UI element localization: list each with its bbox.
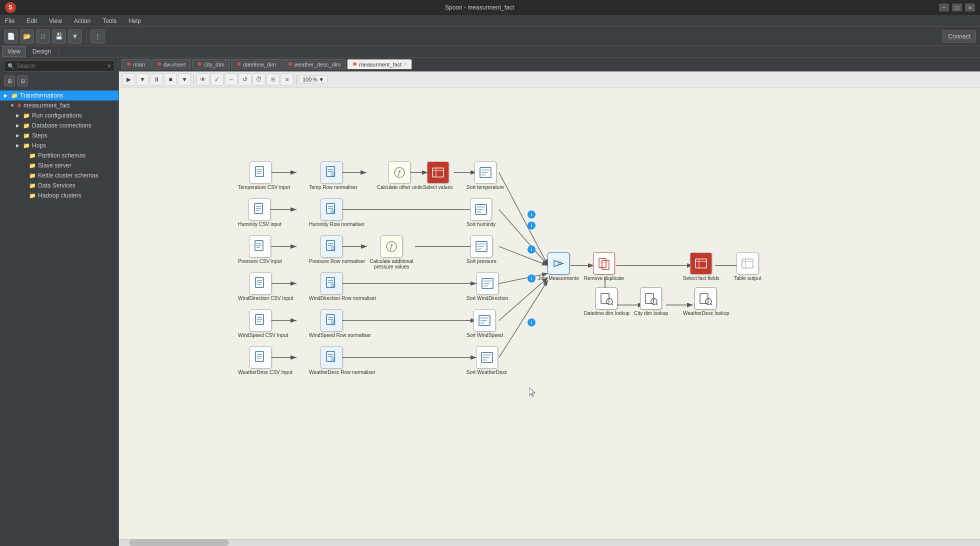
collapse-all-button[interactable]: ⊟ bbox=[17, 76, 28, 86]
tree-transformations[interactable]: ▶ 📁 Transformations bbox=[0, 90, 118, 100]
step-wdesc-lookup[interactable]: WeatherDesc lookup bbox=[683, 288, 728, 316]
menu-help[interactable]: Help bbox=[126, 16, 143, 26]
search-input[interactable] bbox=[16, 62, 106, 70]
tab-main[interactable]: ✱ main bbox=[121, 59, 150, 70]
svg-rect-118 bbox=[601, 294, 609, 304]
menu-tools[interactable]: Tools bbox=[100, 16, 118, 26]
preview-button[interactable]: 👁 bbox=[196, 74, 210, 86]
tab-dw-insert[interactable]: ✱ dw-insert bbox=[152, 59, 192, 70]
tree-hops[interactable]: ▶ 📁 Hops bbox=[0, 140, 118, 150]
step-sort-wind-spd[interactable]: Sort WindSpeed bbox=[466, 310, 503, 338]
horizontal-scrollbar[interactable] bbox=[119, 539, 980, 546]
tree-measurment-fact[interactable]: ▼ ✱ measurment_fact bbox=[0, 100, 118, 110]
open-button[interactable]: 📂 bbox=[20, 30, 34, 44]
step-sort-hum[interactable]: Sort huminity bbox=[466, 198, 496, 227]
inject-button[interactable]: → bbox=[224, 74, 238, 86]
stop-options-button[interactable]: ▼ bbox=[178, 74, 191, 86]
step-table-out[interactable]: Table output bbox=[734, 252, 762, 281]
step-wdesc-csv[interactable]: WeatherDesc CSV Input bbox=[238, 346, 283, 375]
step-label: WeatherDesc CSV Input bbox=[238, 370, 283, 375]
stop-button[interactable]: ■ bbox=[164, 74, 177, 86]
step-calc-press[interactable]: ƒ Calculate additional pressure values bbox=[364, 236, 419, 270]
step-press-csv[interactable]: Pressure CSV input bbox=[238, 236, 282, 264]
step-wind-spd-norm[interactable]: WindSpeed Row normaliser bbox=[309, 310, 354, 338]
step-wind-dir-norm[interactable]: WindDirection Row normaliser bbox=[309, 272, 354, 301]
sidebar: 🔍 × ⊞ ⊟ ▶ 📁 Transformations ▼ ✱ bbox=[0, 58, 119, 546]
pause-button[interactable]: ⏸ bbox=[150, 74, 163, 86]
timer-button[interactable]: ⏱ bbox=[252, 74, 266, 86]
tree-db-connections[interactable]: ▶ 📁 Database connections bbox=[0, 120, 118, 130]
expand-all-button[interactable]: ⊞ bbox=[4, 76, 15, 86]
tab-weather-desc-dim[interactable]: ✱ weather_desc_dim bbox=[282, 59, 346, 70]
save-button[interactable]: 💾 bbox=[52, 30, 66, 44]
step-icon bbox=[320, 236, 342, 258]
svg-rect-121 bbox=[646, 294, 654, 304]
menu-edit[interactable]: Edit bbox=[24, 16, 39, 26]
step-sort-wdesc[interactable]: Sort WeatherDesc bbox=[466, 346, 508, 375]
step-temp-norm[interactable]: Temp Row normaliser bbox=[309, 162, 354, 190]
step-join-meas[interactable]: Join Measurments bbox=[538, 252, 579, 281]
step-remove-dup[interactable]: Remove duplicate bbox=[584, 252, 624, 281]
explore-button[interactable]: ⋮ bbox=[90, 30, 104, 44]
step-sort-wind-dir[interactable]: Sort WindDirection bbox=[466, 272, 508, 301]
zoom-box[interactable]: 100 % ▼ bbox=[299, 75, 328, 84]
replay-button[interactable]: ↺ bbox=[238, 74, 252, 86]
tree-data-services[interactable]: 📁 Data Services bbox=[0, 180, 118, 190]
copy-button[interactable]: ⎘ bbox=[266, 74, 280, 86]
connect-button[interactable]: Connect bbox=[942, 30, 976, 42]
check-button[interactable]: ✓ bbox=[210, 74, 224, 86]
step-sort-press[interactable]: Sort pressure bbox=[466, 236, 496, 264]
step-hum-norm[interactable]: Huminity Row normaliser bbox=[309, 198, 354, 227]
arrow-icon: ▶ bbox=[16, 133, 22, 138]
step-calc-other[interactable]: ƒ Calculate other units bbox=[377, 162, 422, 190]
run-button[interactable]: ▶ bbox=[122, 74, 135, 86]
canvas-container[interactable]: i i i i i Temperature CSV input bbox=[119, 88, 980, 539]
step-hum-csv[interactable]: Huminity CSV input bbox=[238, 198, 282, 227]
menu-file[interactable]: File bbox=[3, 16, 16, 26]
step-label: Sort pressure bbox=[466, 258, 496, 264]
tree-slave-server[interactable]: 📁 Slave server bbox=[0, 160, 118, 170]
step-sort-temp[interactable]: Sort temperature bbox=[466, 162, 504, 190]
close-tab-button[interactable]: □ bbox=[36, 30, 50, 44]
new-button[interactable]: 📄 bbox=[4, 30, 18, 44]
svg-rect-112 bbox=[696, 259, 706, 268]
svg-rect-52 bbox=[331, 210, 335, 214]
step-select-vals[interactable]: Select values bbox=[423, 162, 452, 190]
tab-close-icon[interactable]: × bbox=[404, 62, 406, 67]
step-icon bbox=[320, 346, 342, 368]
tab-view[interactable]: View bbox=[2, 46, 26, 57]
step-city-lookup[interactable]: City dim lookup bbox=[634, 288, 668, 316]
svg-rect-109 bbox=[599, 258, 606, 268]
svg-rect-110 bbox=[602, 260, 609, 270]
tab-design[interactable]: Design bbox=[27, 46, 56, 57]
tab-city-dim[interactable]: ✱ city_dim bbox=[192, 59, 230, 70]
minimize-button[interactable]: − bbox=[939, 4, 949, 12]
mouse-cursor bbox=[529, 388, 536, 396]
maximize-button[interactable]: □ bbox=[952, 4, 962, 12]
step-temp-csv[interactable]: Temperature CSV input bbox=[238, 162, 283, 190]
step-wind-spd-csv[interactable]: WindSpeed CSV Input bbox=[238, 310, 283, 338]
tab-measurment-fact[interactable]: ✱ measurment_fact × bbox=[347, 59, 412, 70]
logs-button[interactable]: ≡ bbox=[280, 74, 294, 86]
step-wdesc-norm[interactable]: WeatherDesc Row normaliser bbox=[309, 346, 354, 375]
menu-view[interactable]: View bbox=[47, 16, 64, 26]
menu-action[interactable]: Action bbox=[72, 16, 92, 26]
tab-label: weather_desc_dim bbox=[294, 62, 340, 68]
step-select-fact[interactable]: Select fact fields bbox=[683, 252, 720, 281]
step-press-norm[interactable]: Pressure Row normaliser bbox=[309, 236, 354, 264]
tree-kettle-cluster[interactable]: 📁 Kettle cluster schemas bbox=[0, 170, 118, 180]
run-options-button[interactable]: ▼ bbox=[136, 74, 149, 86]
tree-item-label: Transformations bbox=[20, 92, 63, 99]
step-dt-lookup[interactable]: Datetime dim lookup bbox=[584, 288, 629, 316]
tree-partition-schemas[interactable]: 📁 Partition schemas bbox=[0, 150, 118, 160]
tree-run-config[interactable]: ▶ 📁 Run configurations bbox=[0, 110, 118, 120]
tree-hadoop-clusters[interactable]: 📁 Hadoop clusters bbox=[0, 190, 118, 200]
tab-datetime-dim[interactable]: ✱ datetime_dim bbox=[231, 59, 282, 70]
save-options-button[interactable]: ▼ bbox=[68, 30, 82, 44]
search-clear-icon[interactable]: × bbox=[108, 62, 111, 70]
tree-steps[interactable]: ▶ 📁 Steps bbox=[0, 130, 118, 140]
close-button[interactable]: × bbox=[965, 4, 975, 12]
step-label: WindDirection CSV Input bbox=[238, 296, 283, 301]
step-wind-dir-csv[interactable]: WindDirection CSV Input bbox=[238, 272, 283, 301]
arrow-icon: ▶ bbox=[16, 113, 22, 118]
